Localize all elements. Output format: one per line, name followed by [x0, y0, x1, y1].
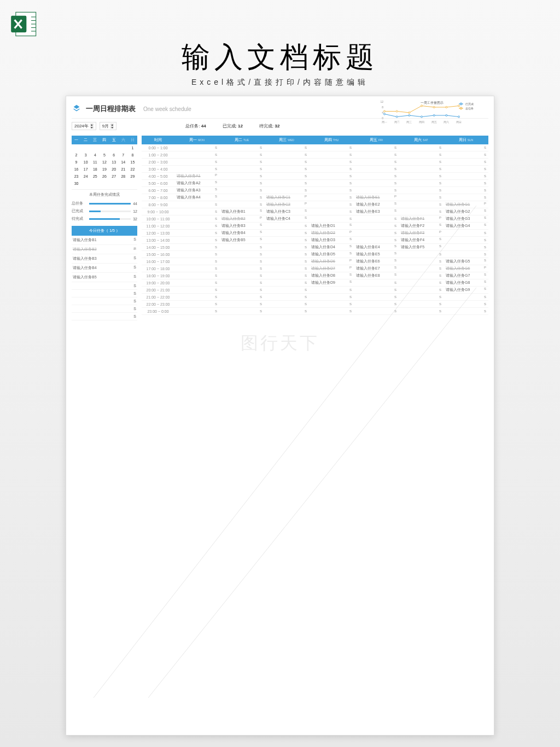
- schedule-cell[interactable]: S: [399, 281, 444, 284]
- schedule-cell[interactable]: 请输入任务F5S: [399, 244, 444, 250]
- schedule-cell[interactable]: S: [399, 146, 444, 149]
- schedule-cell[interactable]: S: [354, 182, 399, 185]
- schedule-cell[interactable]: 请输入任务A3S: [174, 188, 219, 193]
- schedule-cell[interactable]: S: [354, 174, 399, 178]
- schedule-cell[interactable]: S: [264, 167, 309, 171]
- schedule-cell[interactable]: 请输入任务D4S: [309, 244, 354, 250]
- today-task-row[interactable]: S: [72, 282, 137, 290]
- schedule-cell[interactable]: S: [264, 238, 309, 242]
- calendar-cell[interactable]: 22: [128, 166, 137, 173]
- schedule-cell[interactable]: S: [174, 224, 219, 227]
- schedule-cell[interactable]: S: [264, 253, 309, 256]
- schedule-cell[interactable]: S: [309, 167, 354, 171]
- calendar-cell[interactable]: 23: [72, 173, 81, 180]
- schedule-cell[interactable]: 请输入任务D3S: [309, 237, 354, 243]
- schedule-cell[interactable]: S: [444, 153, 488, 156]
- schedule-cell[interactable]: S: [399, 302, 444, 306]
- calendar-cell[interactable]: 18: [90, 166, 100, 173]
- schedule-cell[interactable]: 请输入任务D6P: [309, 259, 354, 264]
- schedule-cell[interactable]: 请输入任务G6P: [444, 266, 488, 271]
- schedule-cell[interactable]: S: [354, 167, 399, 171]
- calendar-cell[interactable]: 26: [100, 173, 109, 180]
- schedule-cell[interactable]: S: [399, 267, 444, 270]
- schedule-cell[interactable]: S: [354, 224, 399, 227]
- schedule-cell[interactable]: S: [174, 146, 219, 149]
- schedule-cell[interactable]: S: [264, 274, 309, 277]
- schedule-cell[interactable]: S: [354, 281, 399, 284]
- schedule-cell[interactable]: S: [264, 224, 309, 227]
- schedule-cell[interactable]: 请输入任务A2S: [174, 180, 219, 186]
- schedule-cell[interactable]: S: [444, 295, 488, 299]
- schedule-cell[interactable]: S: [219, 174, 264, 178]
- calendar-cell[interactable]: 20: [109, 166, 119, 173]
- schedule-cell[interactable]: S: [174, 153, 219, 156]
- schedule-cell[interactable]: S: [309, 160, 354, 164]
- schedule-cell[interactable]: S: [444, 174, 488, 178]
- schedule-cell[interactable]: S: [309, 196, 354, 199]
- schedule-cell[interactable]: S: [174, 203, 219, 206]
- schedule-cell[interactable]: 请输入任务D9S: [309, 280, 354, 285]
- schedule-cell[interactable]: 请输入任务F4S: [399, 237, 444, 243]
- schedule-cell[interactable]: S: [264, 231, 309, 235]
- schedule-cell[interactable]: 请输入任务B1S: [219, 209, 264, 214]
- calendar-cell[interactable]: 5: [100, 151, 109, 159]
- schedule-cell[interactable]: S: [444, 167, 488, 171]
- schedule-cell[interactable]: 请输入任务F3P: [399, 230, 444, 236]
- schedule-cell[interactable]: S: [399, 153, 444, 156]
- schedule-cell[interactable]: S: [309, 295, 354, 299]
- schedule-cell[interactable]: S: [354, 160, 399, 164]
- schedule-cell[interactable]: 请输入任务D7P: [309, 266, 354, 271]
- schedule-cell[interactable]: S: [219, 295, 264, 299]
- schedule-cell[interactable]: S: [444, 238, 488, 242]
- today-task-row[interactable]: 请输入任务B5S: [72, 273, 137, 282]
- schedule-cell[interactable]: S: [354, 189, 399, 192]
- schedule-cell[interactable]: S: [174, 210, 219, 213]
- calendar-cell[interactable]: 28: [119, 173, 128, 180]
- schedule-cell[interactable]: S: [219, 189, 264, 192]
- calendar-cell[interactable]: [90, 180, 100, 187]
- schedule-cell[interactable]: 请输入任务G7S: [444, 273, 488, 278]
- schedule-cell[interactable]: S: [219, 310, 264, 313]
- schedule-cell[interactable]: S: [264, 146, 309, 149]
- schedule-cell[interactable]: S: [444, 146, 488, 149]
- schedule-cell[interactable]: S: [444, 160, 488, 164]
- today-task-row[interactable]: 请输入任务B4S: [72, 264, 137, 273]
- calendar-cell[interactable]: 29: [128, 173, 137, 180]
- schedule-cell[interactable]: S: [354, 146, 399, 149]
- today-task-row[interactable]: 请输入任务B2P: [72, 245, 137, 254]
- schedule-cell[interactable]: S: [309, 210, 354, 213]
- today-task-row[interactable]: S: [72, 313, 137, 320]
- schedule-cell[interactable]: S: [174, 274, 219, 277]
- spinner-down-icon[interactable]: ▼: [110, 126, 114, 129]
- calendar-cell[interactable]: [109, 144, 119, 151]
- schedule-cell[interactable]: S: [399, 160, 444, 164]
- schedule-cell[interactable]: S: [264, 310, 309, 313]
- schedule-cell[interactable]: S: [174, 246, 219, 249]
- calendar-cell[interactable]: [81, 180, 90, 187]
- calendar-cell[interactable]: 1: [128, 144, 137, 151]
- schedule-cell[interactable]: S: [174, 310, 219, 313]
- schedule-cell[interactable]: S: [219, 281, 264, 284]
- calendar-cell[interactable]: [119, 144, 128, 151]
- calendar-cell[interactable]: 9: [72, 159, 81, 166]
- schedule-cell[interactable]: 请输入任务B3S: [219, 223, 264, 229]
- schedule-cell[interactable]: S: [219, 253, 264, 256]
- calendar-cell[interactable]: 21: [119, 166, 128, 173]
- calendar-cell[interactable]: 3: [81, 151, 90, 159]
- schedule-cell[interactable]: S: [399, 196, 444, 199]
- schedule-cell[interactable]: S: [444, 253, 488, 256]
- calendar-cell[interactable]: 30: [72, 180, 81, 187]
- schedule-cell[interactable]: S: [354, 302, 399, 306]
- schedule-cell[interactable]: S: [219, 267, 264, 270]
- schedule-cell[interactable]: 请输入任务A1P: [174, 173, 219, 179]
- schedule-cell[interactable]: S: [174, 253, 219, 256]
- today-task-row[interactable]: S: [72, 305, 137, 313]
- calendar-cell[interactable]: [119, 180, 128, 187]
- calendar-cell[interactable]: 17: [81, 166, 90, 173]
- schedule-cell[interactable]: S: [174, 288, 219, 291]
- schedule-cell[interactable]: S: [174, 267, 219, 270]
- schedule-cell[interactable]: S: [399, 288, 444, 291]
- schedule-cell[interactable]: 请输入任务B2P: [219, 216, 264, 221]
- schedule-cell[interactable]: S: [354, 310, 399, 313]
- schedule-cell[interactable]: S: [264, 160, 309, 164]
